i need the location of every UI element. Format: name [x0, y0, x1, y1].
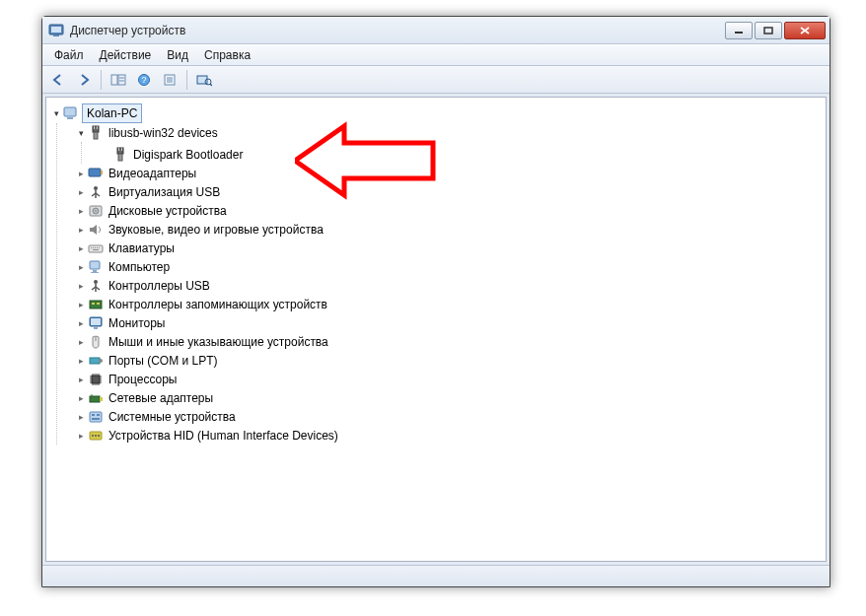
storage-controller-icon	[88, 297, 104, 312]
forward-button[interactable]	[72, 69, 96, 91]
svg-rect-55	[97, 303, 100, 305]
expand-toggle[interactable]	[75, 314, 87, 332]
expand-toggle[interactable]	[75, 408, 87, 426]
svg-rect-2	[53, 34, 59, 36]
tree-item-label[interactable]: Порты (COM и LPT)	[107, 352, 220, 370]
svg-rect-26	[117, 148, 123, 154]
tree-item-label[interactable]: Виртуализация USB	[107, 183, 222, 201]
content-area: Kolan-PC libusb-win32 devicesDigispark B…	[42, 94, 830, 565]
sound-icon	[88, 222, 104, 238]
toolbar: ?	[42, 66, 830, 94]
expand-toggle[interactable]	[75, 352, 87, 370]
svg-rect-82	[90, 412, 102, 422]
svg-rect-40	[91, 247, 92, 248]
tree-item-label[interactable]: Процессоры	[107, 371, 180, 388]
svg-rect-80	[100, 397, 103, 401]
svg-rect-44	[99, 247, 100, 248]
svg-point-49	[94, 280, 98, 284]
statusbar	[42, 565, 830, 586]
svg-rect-46	[90, 261, 100, 269]
expand-toggle[interactable]	[75, 202, 87, 220]
svg-rect-57	[91, 318, 101, 325]
expand-toggle[interactable]	[75, 296, 87, 313]
svg-rect-83	[92, 414, 95, 416]
expand-toggle[interactable]	[75, 258, 87, 276]
svg-point-87	[92, 435, 94, 437]
tree-item-label[interactable]: Дисковые устройства	[107, 202, 229, 220]
computer-icon	[88, 259, 104, 275]
svg-rect-53	[90, 301, 102, 308]
expand-toggle[interactable]	[75, 389, 87, 407]
tree-item-label[interactable]: libusb-win32 devices	[107, 124, 220, 142]
svg-rect-58	[94, 327, 98, 329]
maximize-button[interactable]	[755, 22, 782, 39]
computer-root-icon	[63, 105, 79, 121]
expand-toggle[interactable]	[75, 221, 87, 239]
svg-rect-48	[91, 272, 99, 273]
expand-toggle[interactable]	[75, 124, 87, 142]
tree-item-label[interactable]: Сетевые адаптеры	[107, 389, 215, 407]
mouse-icon	[88, 334, 104, 350]
svg-rect-21	[67, 117, 73, 119]
tree-item-label[interactable]: Системные устройства	[107, 408, 238, 426]
svg-rect-8	[118, 75, 125, 85]
tree-item-label[interactable]: Устройства HID (Human Interface Devices)	[107, 427, 340, 445]
expand-toggle[interactable]	[75, 165, 87, 182]
expand-toggle[interactable]	[75, 371, 87, 388]
svg-text:?: ?	[141, 75, 146, 85]
tree-item-label[interactable]: Видеоадаптеры	[107, 165, 198, 182]
tree-item-label[interactable]: Контроллеры запоминающих устройств	[107, 296, 329, 313]
expand-toggle[interactable]	[75, 183, 87, 201]
tree-root-label[interactable]: Kolan-PC	[82, 103, 142, 123]
tree-item-label[interactable]: Digispark Bootloader	[131, 146, 245, 164]
keyboard-icon	[88, 240, 104, 256]
svg-rect-85	[92, 418, 100, 420]
titlebar: Диспетчер устройств	[42, 17, 830, 44]
menu-file[interactable]: Файл	[46, 45, 92, 65]
svg-rect-79	[90, 396, 100, 402]
help-button[interactable]: ?	[132, 69, 156, 91]
menu-action[interactable]: Действие	[92, 45, 160, 65]
svg-point-61	[99, 359, 103, 363]
svg-rect-27	[118, 154, 122, 161]
processor-icon	[88, 372, 104, 387]
properties-button[interactable]	[158, 69, 181, 91]
svg-rect-47	[93, 270, 97, 272]
expand-toggle[interactable]	[75, 277, 87, 295]
svg-rect-23	[94, 132, 98, 139]
tree-item-label[interactable]: Компьютер	[107, 258, 172, 276]
window-controls	[723, 22, 826, 39]
svg-rect-31	[101, 171, 103, 174]
show-hidden-button[interactable]	[107, 69, 130, 91]
tree-item-label[interactable]: Мониторы	[107, 314, 167, 332]
expand-toggle[interactable]	[75, 333, 87, 351]
svg-rect-54	[92, 303, 95, 305]
scan-hardware-button[interactable]	[192, 69, 216, 91]
svg-rect-42	[95, 247, 96, 248]
menu-view[interactable]: Вид	[159, 45, 196, 65]
minimize-button[interactable]	[725, 22, 753, 39]
expand-toggle[interactable]	[50, 104, 62, 122]
hid-icon	[88, 428, 104, 444]
window-title: Диспетчер устройств	[70, 24, 723, 37]
tree-item-label[interactable]: Мыши и иные указывающие устройства	[107, 333, 330, 351]
svg-rect-4	[764, 28, 772, 34]
svg-rect-20	[64, 107, 76, 116]
menu-help[interactable]: Справка	[196, 45, 258, 65]
tree-item-label[interactable]: Контроллеры USB	[107, 277, 212, 295]
monitor-icon	[88, 315, 104, 331]
svg-point-32	[94, 186, 98, 190]
svg-point-89	[98, 435, 100, 437]
device-tree[interactable]: Kolan-PC libusb-win32 devicesDigispark B…	[45, 97, 827, 562]
close-button[interactable]	[784, 22, 826, 39]
tree-item-label[interactable]: Клавиатуры	[107, 240, 177, 257]
expand-toggle[interactable]	[75, 427, 87, 445]
menubar: Файл Действие Вид Справка	[42, 44, 830, 66]
expand-toggle[interactable]	[75, 240, 87, 257]
usb-controller-icon	[88, 278, 104, 294]
svg-rect-30	[89, 169, 101, 176]
system-device-icon	[88, 409, 104, 425]
back-button[interactable]	[46, 69, 70, 91]
svg-rect-25	[97, 126, 98, 129]
tree-item-label[interactable]: Звуковые, видео и игровые устройства	[107, 221, 325, 239]
